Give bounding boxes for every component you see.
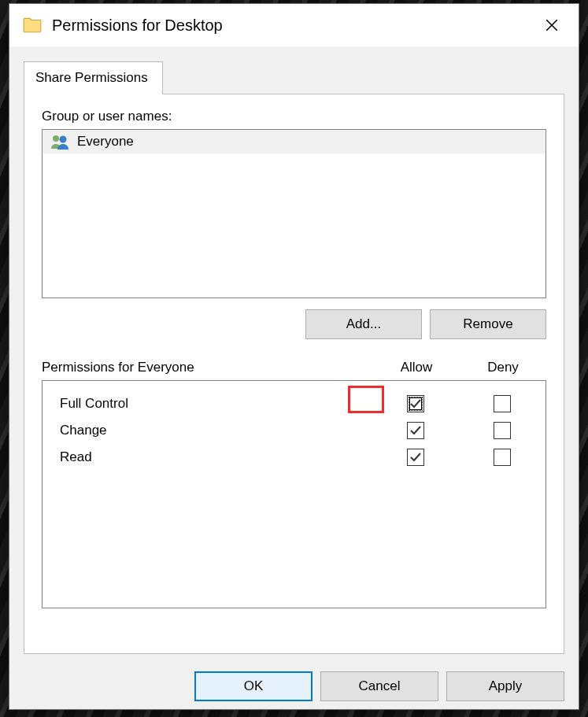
- folder-icon: [22, 15, 43, 35]
- allow-read-checkbox[interactable]: [407, 449, 424, 466]
- ok-button[interactable]: OK: [194, 671, 312, 701]
- client-area: Share Permissions Group or user names: E…: [9, 46, 579, 663]
- cancel-button[interactable]: Cancel: [320, 671, 438, 701]
- deny-change-checkbox[interactable]: [494, 422, 511, 439]
- allow-full-control-checkbox[interactable]: [407, 395, 424, 412]
- deny-full-control-checkbox[interactable]: [494, 395, 511, 412]
- group-icon: [49, 133, 71, 150]
- tab-share-permissions[interactable]: Share Permissions: [24, 61, 163, 94]
- list-item[interactable]: Everyone: [43, 130, 545, 153]
- remove-button[interactable]: Remove: [430, 309, 546, 339]
- permission-name: Change: [60, 423, 372, 438]
- title-bar: Permissions for Desktop: [9, 4, 579, 46]
- close-button[interactable]: [528, 8, 575, 43]
- permission-name: Full Control: [60, 396, 372, 412]
- permissions-list: Full Control Change Read: [42, 380, 546, 608]
- permissions-header: Permissions for Everyone Allow Deny: [42, 360, 546, 375]
- permissions-dialog: Permissions for Desktop Share Permission…: [9, 3, 579, 710]
- permission-row-read: Read: [43, 444, 545, 471]
- deny-column-header: Deny: [460, 360, 546, 375]
- add-button[interactable]: Add...: [305, 309, 422, 339]
- permissions-title: Permissions for Everyone: [42, 360, 373, 375]
- permission-row-change: Change: [43, 417, 545, 444]
- tab-panel: Group or user names: Everyone Add: [24, 94, 564, 654]
- group-user-names-list[interactable]: Everyone: [42, 129, 546, 298]
- svg-point-0: [53, 135, 59, 142]
- permission-row-full-control: Full Control: [43, 390, 545, 417]
- svg-point-1: [60, 136, 67, 143]
- allow-column-header: Allow: [373, 360, 460, 375]
- list-item-label: Everyone: [77, 134, 134, 150]
- close-icon: [545, 18, 559, 32]
- permission-name: Read: [60, 449, 372, 465]
- tab-bar: Share Permissions: [24, 59, 564, 94]
- window-title: Permissions for Desktop: [52, 17, 223, 35]
- dialog-footer: OK Cancel Apply: [9, 663, 579, 709]
- apply-button[interactable]: Apply: [446, 671, 564, 701]
- group-user-names-label: Group or user names:: [42, 109, 546, 124]
- allow-change-checkbox[interactable]: [407, 422, 424, 439]
- group-buttons: Add... Remove: [42, 309, 546, 339]
- deny-read-checkbox[interactable]: [494, 449, 511, 466]
